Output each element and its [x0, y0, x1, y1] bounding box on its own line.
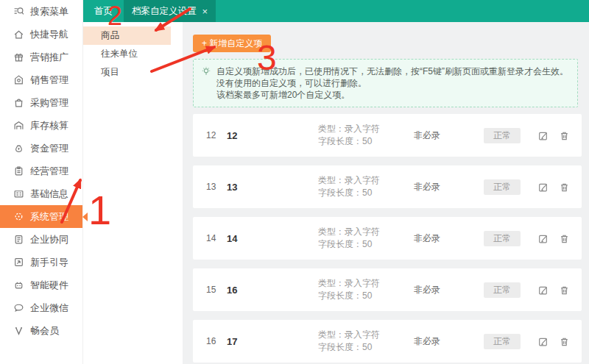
field-type-info: 类型：录入字符 字段长度：50 [318, 226, 414, 251]
field-name: 13 [227, 182, 318, 193]
sidebar-item-inventory[interactable]: 库存核算 [0, 114, 82, 137]
tip-text: 自定义项新增成功后，已使用情况下，无法删除，按“F5键”刷新页面或重新登录才会生… [216, 65, 568, 101]
field-length: 字段长度：50 [318, 238, 414, 251]
delete-icon[interactable] [559, 130, 570, 141]
close-tab-icon[interactable]: × [202, 7, 208, 16]
sidebar-item-quick-nav[interactable]: 快捷导航 [0, 23, 82, 46]
topbar: 首页 档案自定义设置 × [83, 0, 589, 22]
archive-type-panel: 商品 往来单位 项目 [83, 22, 183, 364]
status-badge: 正常 [484, 334, 521, 349]
field-required: 非必录 [414, 232, 484, 245]
lightbulb-icon [201, 66, 211, 76]
edit-icon[interactable] [537, 182, 549, 193]
submenu-item-goods[interactable]: 商品 [83, 26, 171, 45]
guide-icon [13, 257, 24, 268]
clipboard-icon [13, 165, 24, 176]
sidebar-item-label: 畅会员 [30, 324, 59, 338]
sidebar-item-purchasing[interactable]: 采购管理 [0, 91, 82, 114]
field-type-info: 类型：录入字符 字段长度：50 [318, 329, 414, 354]
field-type: 类型：录入字符 [318, 174, 414, 187]
main-sidebar: 搜索菜单 快捷导航 营销推广 销售管理 采购管理 库存核算 资金管理 经营管理 [0, 0, 83, 364]
sidebar-item-enterprise-wechat[interactable]: 企业微信 [0, 296, 82, 319]
row-index: 13 [206, 182, 227, 192]
status-badge: 正常 [484, 282, 521, 298]
field-type: 类型：录入字符 [318, 226, 414, 238]
sidebar-item-beginner-guide[interactable]: 新手引导 [0, 251, 82, 274]
info-card-icon [13, 188, 24, 199]
sidebar-item-system-management[interactable]: 系统管理 [0, 205, 82, 228]
sidebar-item-label: 智能硬件 [30, 279, 68, 292]
submenu-item-partners[interactable]: 往来单位 [83, 45, 171, 63]
field-name: 12 [227, 130, 318, 141]
tab-label: 首页 [94, 5, 113, 18]
sidebar-item-label: 采购管理 [30, 96, 68, 110]
edit-icon[interactable] [537, 285, 549, 296]
status-badge: 正常 [484, 128, 521, 143]
tab-label: 档案自定义设置 [132, 5, 197, 18]
field-name: 17 [227, 336, 318, 347]
warehouse-icon [13, 120, 24, 131]
field-length: 字段长度：50 [318, 135, 414, 148]
sidebar-item-search-menu[interactable]: 搜索菜单 [0, 0, 82, 23]
field-type-info: 类型：录入字符 字段长度：50 [318, 174, 414, 199]
sidebar-item-label: 基础信息 [30, 188, 68, 201]
field-name: 16 [227, 285, 318, 296]
status-badge: 正常 [484, 231, 521, 246]
chat-bubble-icon [13, 302, 24, 313]
gift-icon [13, 51, 24, 63]
sidebar-item-sales[interactable]: 销售管理 [0, 68, 82, 91]
tab-archive-custom-settings[interactable]: 档案自定义设置 × [124, 0, 216, 22]
sidebar-item-label: 企业协同 [30, 233, 68, 246]
sidebar-item-label: 系统管理 [30, 210, 68, 224]
shop-icon [13, 74, 24, 85]
sidebar-item-label: 企业微信 [30, 301, 68, 315]
field-length: 字段长度：50 [318, 290, 414, 302]
sidebar-item-label: 营销推广 [30, 51, 68, 64]
field-type-info: 类型：录入字符 字段长度：50 [318, 123, 414, 148]
tip-line: 没有使用的自定义项，可以进行删除。 [216, 77, 568, 89]
app-window: 搜索菜单 快捷导航 营销推广 销售管理 采购管理 库存核算 资金管理 经营管理 [0, 0, 589, 364]
sidebar-item-label: 快捷导航 [30, 28, 68, 41]
sidebar-item-smart-hardware[interactable]: 智能硬件 [0, 274, 82, 296]
delete-icon[interactable] [559, 285, 570, 296]
sidebar-item-label: 销售管理 [30, 74, 68, 87]
collaboration-icon [13, 234, 24, 245]
row-index: 16 [206, 336, 227, 346]
add-custom-field-button[interactable]: + 新增自定义项 [193, 35, 271, 52]
robot-icon [13, 279, 24, 290]
search-menu-icon [13, 6, 24, 17]
field-required: 非必录 [414, 335, 484, 348]
field-type-info: 类型：录入字符 字段长度：50 [318, 277, 414, 302]
sidebar-item-label: 经营管理 [30, 165, 68, 178]
sidebar-item-member[interactable]: 畅会员 [0, 319, 82, 342]
submenu-item-projects[interactable]: 项目 [83, 63, 171, 82]
sidebar-item-collaboration[interactable]: 企业协同 [0, 228, 82, 251]
gear-icon [13, 211, 24, 222]
edit-icon[interactable] [537, 336, 549, 347]
sidebar-item-operations[interactable]: 经营管理 [0, 160, 82, 182]
sidebar-item-funds[interactable]: 资金管理 [0, 137, 82, 160]
status-badge: 正常 [484, 179, 521, 195]
sidebar-item-label: 库存核算 [30, 119, 68, 132]
tip-line: 自定义项新增成功后，已使用情况下，无法删除，按“F5键”刷新页面或重新登录才会生… [216, 65, 568, 77]
field-required: 非必录 [414, 181, 484, 193]
delete-icon[interactable] [559, 233, 570, 244]
delete-icon[interactable] [559, 182, 570, 193]
sidebar-item-label: 新手引导 [30, 256, 68, 269]
custom-field-list: 12 12 类型：录入字符 字段长度：50 非必录 正常 13 13 类型：录入… [193, 114, 582, 364]
sidebar-item-label: 资金管理 [30, 142, 68, 155]
shopping-bag-icon [13, 97, 24, 108]
main-content: + 新增自定义项 自定义项新增成功后，已使用情况下，无法删除，按“F5键”刷新页… [183, 22, 589, 364]
sidebar-item-basic-info[interactable]: 基础信息 [0, 182, 82, 205]
field-required: 非必录 [414, 129, 484, 142]
row-index: 14 [206, 233, 227, 243]
delete-icon[interactable] [559, 336, 570, 347]
edit-icon[interactable] [537, 233, 549, 244]
edit-icon[interactable] [537, 130, 549, 141]
tab-home[interactable]: 首页 [83, 0, 124, 22]
member-v-icon [13, 325, 24, 336]
sidebar-item-marketing[interactable]: 营销推广 [0, 46, 82, 68]
sidebar-item-label: 搜索菜单 [30, 5, 68, 18]
field-name: 14 [227, 233, 318, 244]
money-bag-icon [13, 143, 24, 154]
